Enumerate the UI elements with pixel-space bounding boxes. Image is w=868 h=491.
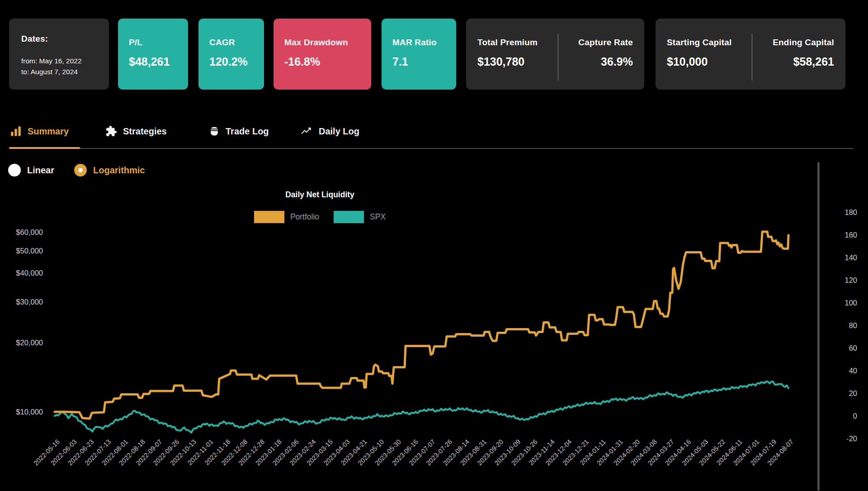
svg-text:80: 80 (849, 321, 857, 329)
daily-net-liquidity-chart: $60,000$50,000$40,000$30,000$20,000$10,0… (0, 0, 868, 491)
svg-text:$10,000: $10,000 (16, 408, 43, 416)
svg-text:20: 20 (849, 389, 857, 397)
svg-text:160: 160 (844, 231, 857, 239)
svg-text:$60,000: $60,000 (16, 228, 43, 236)
svg-text:$20,000: $20,000 (16, 338, 43, 347)
svg-text:$50,000: $50,000 (16, 247, 43, 255)
svg-text:$30,000: $30,000 (16, 298, 43, 306)
svg-text:120: 120 (844, 276, 857, 284)
svg-text:180: 180 (844, 208, 857, 216)
svg-text:60: 60 (849, 344, 857, 352)
svg-text:$40,000: $40,000 (16, 269, 43, 277)
svg-text:0: 0 (853, 412, 857, 420)
vertical-scrollbar[interactable] (817, 162, 820, 491)
svg-text:100: 100 (844, 299, 857, 307)
svg-text:40: 40 (849, 367, 857, 375)
svg-text:140: 140 (844, 253, 857, 262)
svg-text:-20: -20 (846, 434, 857, 443)
